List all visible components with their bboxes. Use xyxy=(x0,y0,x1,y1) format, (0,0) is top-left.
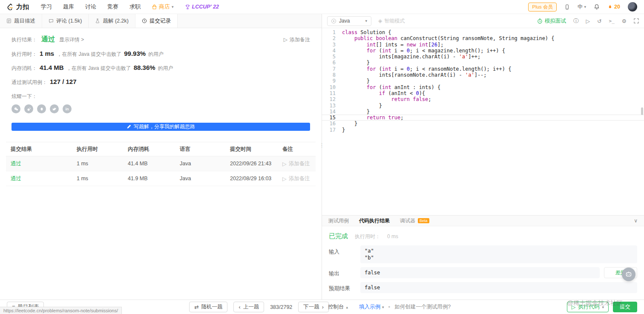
random-problem-button[interactable]: ⇄ 随机一题 xyxy=(189,302,227,312)
code-line[interactable]: 13 } xyxy=(322,103,644,109)
row-status-link[interactable]: 通过 xyxy=(6,175,72,182)
nav-item-problems[interactable]: 题库 xyxy=(63,3,74,11)
code-line[interactable]: 10 for (int anInt : ints) { xyxy=(322,84,644,90)
code-editor[interactable]: 1class Solution {2 public boolean canCon… xyxy=(322,28,644,215)
exec-result-status: 通过 xyxy=(41,35,55,44)
play-icon[interactable]: ▷ xyxy=(586,18,590,24)
testcase-help-link[interactable]: 如何创建一个测试用例? xyxy=(394,303,451,311)
left-panel: 题目描述 评论 (1.5k) 题解 (2.2k) 提交记录 执行结果： 通过 显… xyxy=(0,14,322,300)
tab-run-result[interactable]: 代码执行结果 xyxy=(359,217,390,225)
row-status-link[interactable]: 通过 xyxy=(6,160,72,167)
code-line[interactable]: 9 } xyxy=(322,78,644,84)
code-line[interactable]: 16 } xyxy=(322,121,644,127)
code-line[interactable]: 15 return true; xyxy=(322,115,644,121)
run-runtime-value: 0 ms xyxy=(387,233,398,239)
code-line[interactable]: 12 return false; xyxy=(322,96,644,102)
input-line: "b" xyxy=(365,254,633,261)
next-problem-button[interactable]: 下一题 › xyxy=(298,302,329,312)
share-linkedin-icon[interactable]: in xyxy=(63,104,72,113)
brag-label: 炫耀一下： xyxy=(12,93,310,100)
code-lines: 1class Solution {2 public boolean canCon… xyxy=(322,29,644,133)
tab-testcase[interactable]: 测试用例 xyxy=(328,217,349,225)
navbar-right: Plus 会员 中 ▾ 20 xyxy=(528,2,637,12)
phone-icon xyxy=(564,4,570,10)
code-line[interactable]: 7 for (int i = 0; i < ransomNote.length(… xyxy=(322,66,644,72)
fullscreen-icon[interactable] xyxy=(634,18,639,23)
tab-solutions[interactable]: 题解 (2.2k) xyxy=(89,14,135,28)
nav-item-lccup[interactable]: LCCUP' 22 xyxy=(185,4,219,10)
col-time: 提交时间 xyxy=(225,146,278,153)
row-add-note-button[interactable]: ▷ 添加备注 xyxy=(278,160,316,167)
show-details-link[interactable]: 显示详情 > xyxy=(59,36,84,43)
code-line[interactable]: 1class Solution { xyxy=(322,29,644,35)
row-add-note-button[interactable]: ▷ 添加备注 xyxy=(278,175,316,182)
code-line[interactable]: 3 int[] ints = new int[26]; xyxy=(322,42,644,48)
code-line[interactable]: 8 ints[ransomNote.charAt(i) - 'a']--; xyxy=(322,72,644,78)
code-line[interactable]: 2 public boolean canConstruct(String ran… xyxy=(322,35,644,41)
runtime-mid: ，在所有 Java 提交中击败了 xyxy=(57,51,121,58)
tab-comments[interactable]: 评论 (1.5k) xyxy=(42,14,89,28)
code-line[interactable]: 5 ints[magazine.charAt(i) - 'a']++; xyxy=(322,54,644,60)
notifications-button[interactable] xyxy=(594,4,600,10)
settings-gear-icon[interactable]: ⚙ xyxy=(622,18,627,24)
top-navbar: 力扣 学习 题库 讨论 竞赛 求职 商店 ▾ LCCUP' 22 Plus 会员 xyxy=(0,0,644,14)
plus-member-button[interactable]: Plus 会员 xyxy=(528,3,557,12)
code-line[interactable]: 17} xyxy=(322,127,644,133)
chevron-down-icon: ▾ xyxy=(602,305,604,309)
runtime-value: 1 ms xyxy=(40,50,54,57)
nav-item-discuss[interactable]: 讨论 xyxy=(85,3,96,11)
col-note: 备注 xyxy=(278,146,316,153)
console-toggle-button[interactable]: 控制台 ▴ xyxy=(328,303,348,311)
nav-item-contest[interactable]: 竞赛 xyxy=(107,3,118,11)
submit-button[interactable]: 提交 xyxy=(613,302,637,312)
write-solution-button[interactable]: 写题解，分享我的解题思路 xyxy=(12,123,310,131)
reset-code-icon[interactable]: ↺ xyxy=(597,18,601,24)
submissions-table-header: 提交结果 执行用时 内存消耗 语言 提交时间 备注 xyxy=(6,142,316,156)
info-icon[interactable]: ⓘ xyxy=(573,17,579,25)
play-icon: ▷ xyxy=(572,304,576,310)
prev-problem-button[interactable]: ‹ 上一题 xyxy=(233,302,264,312)
language-icon xyxy=(331,19,336,23)
share-qq-icon[interactable] xyxy=(37,104,46,113)
smart-mode-toggle[interactable]: ◈ 智能模式 xyxy=(378,17,405,25)
add-note-button[interactable]: ▷ 添加备注 xyxy=(284,36,310,43)
share-twitter-icon[interactable] xyxy=(50,104,59,113)
editor-scrollbar[interactable] xyxy=(641,107,643,115)
leetcode-logo[interactable]: 力扣 xyxy=(7,3,29,11)
tab-comments-label: 评论 (1.5k) xyxy=(56,17,82,25)
mock-interview-button[interactable]: 模拟面试 xyxy=(537,17,566,25)
col-language: 语言 xyxy=(175,146,225,153)
share-weibo-icon[interactable] xyxy=(24,104,33,113)
code-line[interactable]: 11 if (anInt < 0){ xyxy=(322,90,644,96)
run-code-button[interactable]: ▷ 执行代码 ▾ xyxy=(567,302,609,312)
language-switcher[interactable]: 中 ▾ xyxy=(578,3,586,11)
timer-icon xyxy=(537,18,543,24)
tab-submissions[interactable]: 提交记录 xyxy=(135,14,178,28)
user-avatar[interactable] xyxy=(628,2,637,12)
nav-item-jobs[interactable]: 求职 xyxy=(129,3,141,11)
row-runtime: 1 ms xyxy=(72,161,123,167)
language-label: 中 xyxy=(578,3,583,11)
row-memory: 41.4 MB xyxy=(123,161,175,167)
code-line[interactable]: 14 } xyxy=(322,109,644,115)
language-select[interactable]: Java ▾ xyxy=(327,16,371,26)
mobile-app-button[interactable] xyxy=(564,4,570,10)
floating-widget-button[interactable] xyxy=(622,268,635,281)
fill-example-button[interactable]: 填入示例 ▾ xyxy=(359,303,384,311)
table-row[interactable]: 通过 1 ms 41.4 MB Java 2022/09/26 21:43 ▷ … xyxy=(6,156,316,171)
tab-description[interactable]: 题目描述 xyxy=(0,14,42,28)
daily-streak-counter[interactable]: 20 xyxy=(607,4,620,10)
shortcut-console-icon[interactable]: >_ xyxy=(609,18,615,24)
input-box[interactable]: "a" "b" xyxy=(360,245,637,263)
code-line[interactable]: 6 } xyxy=(322,60,644,66)
nav-item-learn[interactable]: 学习 xyxy=(41,3,52,11)
split-drag-handle[interactable]: ⋮ xyxy=(319,142,325,148)
store-bag-icon xyxy=(152,4,157,10)
nav-item-store[interactable]: 商店 ▾ xyxy=(152,3,174,11)
table-row[interactable]: 通过 1 ms 41.9 MB Java 2022/08/29 16:03 ▷ … xyxy=(6,171,316,186)
code-line[interactable]: 4 for (int i = 0; i < magazine.length();… xyxy=(322,48,644,54)
tab-debugger[interactable]: 调试器 Beta xyxy=(400,217,429,225)
problem-tabbar: 题目描述 评论 (1.5k) 题解 (2.2k) 提交记录 xyxy=(0,14,322,28)
console-collapse-icon[interactable]: ∨ xyxy=(634,218,638,224)
share-wechat-icon[interactable] xyxy=(12,104,20,113)
